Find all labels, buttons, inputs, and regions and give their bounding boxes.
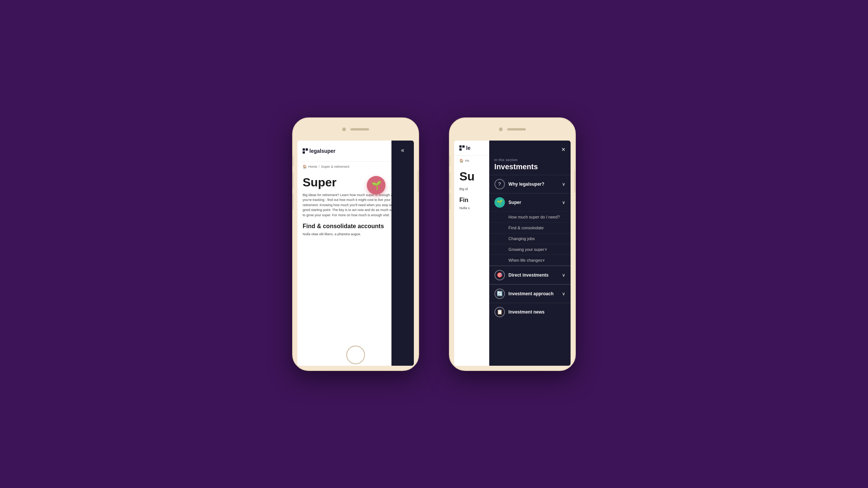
logo-text-1: legalsuper [309,148,335,154]
plant-fab-button[interactable]: 🌱 [367,176,385,195]
menu-sub-item-find[interactable]: Find & consolodate [489,222,571,233]
menu-item-left-approach: 🔄 Investment approach [494,289,554,299]
screen-1: legalsuper « 🌱 🏠 Home / [297,141,414,366]
news-label: Investment news [509,309,545,315]
phone-top-1 [293,118,418,141]
svg-rect-4 [462,145,465,148]
menu-item-left-news: 📋 Investment news [494,307,545,317]
camera-1 [342,127,346,131]
super-icon: 🌱 [494,197,505,208]
side-button-left-bot-1 [292,193,293,210]
breadcrumb-home-label-1: Home [308,165,317,169]
screen-content-2: le 🏠 Ho Su Big id Fin Nulla v. x × In th… [454,141,571,366]
menu-item-why-legalsuper[interactable]: ? Why legalsuper? ∨ [489,175,571,193]
phone-top-2 [450,118,575,141]
menu-section-title: Investments [489,163,571,175]
direct-icon: 🎯 [494,270,505,280]
menu-section-label: In this section [489,157,571,163]
news-icon: 📋 [494,307,505,317]
breadcrumb-current-1: Super & retirement [321,165,350,169]
side-button-left-top-1 [292,155,293,167]
menu-item-left-super: 🌱 Super [494,197,521,208]
svg-rect-0 [303,148,305,151]
side-button-left-bot-2 [449,193,450,210]
approach-icon: 🔄 [494,289,505,299]
menu-overlay-header: x × [489,141,571,157]
svg-rect-1 [306,148,308,151]
sidebar-arrow-1[interactable]: « [401,147,405,154]
menu-item-investment-news[interactable]: 📋 Investment news [489,303,571,321]
super-arrow: ∨ [562,200,565,205]
sidebar-1: « [391,141,414,366]
speaker-1 [350,128,369,130]
growing-arrow: ∨ [544,247,547,251]
menu-overlay: x × In this section Investments ? Why le… [489,141,571,366]
side-button-right-2 [575,170,576,193]
menu-header-spacer: x [494,146,497,153]
sub-label-find: Find & consolodate [509,226,544,230]
logo-2: le [459,145,471,151]
super-label: Super [509,200,521,205]
svg-rect-2 [303,151,305,154]
menu-item-investment-approach[interactable]: 🔄 Investment approach ∨ [489,284,571,303]
sub-label-growing: Growing your super [509,247,544,252]
side-button-left-top-2 [449,155,450,167]
home-icon-2: 🏠 [459,159,463,163]
sub-label-when-life: When life changes [509,258,543,262]
menu-sub-item-growing[interactable]: Growing your super ∨ [489,244,571,255]
screen-content-1: legalsuper « 🌱 🏠 Home / [297,141,414,366]
breadcrumb-separator-1: / [319,165,320,169]
menu-item-super[interactable]: 🌱 Super ∨ [489,193,571,211]
side-button-right-1 [418,170,419,193]
logo-text-2: le [466,145,471,151]
breadcrumb-home-2: Ho [465,159,469,163]
approach-arrow: ∨ [562,291,565,296]
svg-rect-3 [459,145,462,148]
why-label: Why legalsuper? [509,182,544,187]
why-arrow: ∨ [562,182,565,187]
svg-rect-5 [459,148,462,151]
direct-arrow: ∨ [562,273,565,278]
screen-2: le 🏠 Ho Su Big id Fin Nulla v. x × In th… [454,141,571,366]
side-button-left-mid-2 [449,172,450,189]
when-life-arrow: ∨ [542,258,545,262]
side-button-left-mid-1 [292,172,293,189]
menu-sub-item-changing-jobs[interactable]: Changing jobs [489,233,571,244]
why-icon: ? [494,179,505,189]
speaker-2 [507,128,526,130]
menu-item-left-direct: 🎯 Direct investments [494,270,549,280]
home-icon-1: 🏠 [303,165,307,169]
sub-label-changing-jobs: Changing jobs [509,236,535,241]
sub-label-how-much: How much super do I need? [509,215,560,219]
logo-1: legalsuper [303,148,335,154]
camera-2 [499,127,503,131]
approach-label: Investment approach [509,291,554,296]
logo-icon-2 [459,145,465,151]
menu-item-left-why: ? Why legalsuper? [494,179,544,189]
plant-icon: 🌱 [371,180,381,190]
menu-item-direct-investments[interactable]: 🎯 Direct investments ∨ [489,266,571,284]
direct-label: Direct investments [509,273,549,278]
phone-1: legalsuper « 🌱 🏠 Home / [292,117,419,371]
home-button-1[interactable] [346,346,365,364]
close-button[interactable]: × [561,146,565,154]
menu-sub-item-when-life[interactable]: When life changes ∨ [489,255,571,265]
phone-2: le 🏠 Ho Su Big id Fin Nulla v. x × In th… [449,117,576,371]
menu-sub-item-how-much[interactable]: How much super do I need? [489,211,571,222]
logo-icon-1 [303,148,308,154]
